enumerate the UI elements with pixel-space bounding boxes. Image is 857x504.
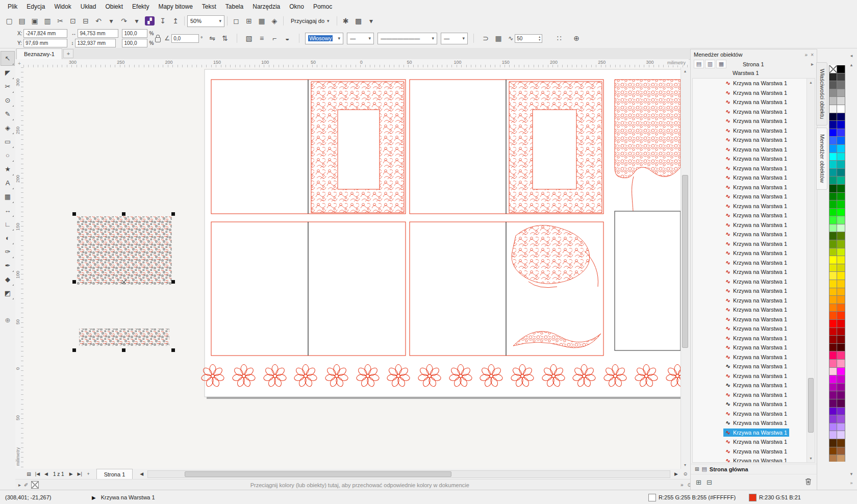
page-flip-button[interactable]: ▤ <box>24 471 33 476</box>
page-flyout-icon[interactable]: ▸ <box>811 61 814 67</box>
object-item-26[interactable]: ∿Krzywa na Warstwa 1 <box>693 324 806 334</box>
paste-icon[interactable]: ⊟ <box>80 15 92 27</box>
color-swatch[interactable] <box>837 399 845 408</box>
object-item-25[interactable]: ∿Krzywa na Warstwa 1 <box>693 315 806 324</box>
color-swatch[interactable] <box>837 343 845 352</box>
mirror-text-icon[interactable]: ⊃ <box>480 33 492 44</box>
color-swatch[interactable] <box>837 224 845 233</box>
menu-item-9[interactable]: Narzędzia <box>248 1 285 13</box>
color-swatch[interactable] <box>837 248 845 257</box>
expander-icon[interactable]: ⊞ <box>695 466 699 472</box>
chevron-down-icon[interactable]: ▾ <box>431 36 436 41</box>
text-tool[interactable]: A <box>1 176 14 190</box>
new-layer-button[interactable]: ⊞ <box>696 478 701 486</box>
undo-icon[interactable]: ↶ <box>92 15 105 27</box>
color-settings-icon[interactable]: ▩ <box>352 15 365 27</box>
wireframe-icon[interactable]: ▦ <box>492 33 505 44</box>
fill-tool[interactable]: ◆ <box>1 272 14 286</box>
object-item-11[interactable]: ∿Krzywa na Warstwa 1 <box>693 183 806 192</box>
menu-item-10[interactable]: Okno <box>285 1 309 13</box>
menu-item-1[interactable]: Edycja <box>22 1 49 13</box>
rectangle-tool[interactable]: ▭ <box>1 135 14 148</box>
add-preset-icon[interactable]: ⊕ <box>570 33 583 44</box>
object-item-20[interactable]: ∿Krzywa na Warstwa 1 <box>693 267 806 277</box>
stepper[interactable]: ▴▾ <box>539 35 540 41</box>
corner-style-icon[interactable]: ⌐ <box>268 33 281 44</box>
flyout-arrow-icon[interactable]: ▸ <box>18 482 21 488</box>
color-swatch[interactable] <box>837 200 845 209</box>
print-icon[interactable]: ▥ <box>41 15 54 27</box>
object-item-19[interactable]: ∿Krzywa na Warstwa 1 <box>693 258 806 268</box>
color-swatch[interactable] <box>837 407 845 416</box>
object-item-34[interactable]: ∿Krzywa na Warstwa 1 <box>693 399 806 409</box>
show-grid-icon[interactable]: ▦ <box>256 15 268 27</box>
smart-fill-tool[interactable]: ◈ <box>1 121 14 135</box>
chevron-down-icon[interactable]: ▾ <box>217 18 223 23</box>
dimension-tool[interactable]: ↔ <box>1 204 14 217</box>
master-page-row[interactable]: ⊞ ▤ Strona główna <box>691 464 817 474</box>
freehand-tool[interactable]: ✎ <box>1 107 14 121</box>
connector-tool[interactable]: ∟ <box>1 217 14 231</box>
import-icon[interactable]: ↧ <box>157 15 169 27</box>
shape-tool[interactable]: ◤ <box>1 66 14 80</box>
mirror-vertical-icon[interactable]: ⇅ <box>219 33 231 44</box>
scale-y-field[interactable]: 100,0 <box>122 39 147 47</box>
color-swatch[interactable] <box>837 113 845 121</box>
om-scrollbar[interactable]: ▴ ▾ <box>806 79 815 462</box>
menu-item-6[interactable]: Mapy bitowe <box>154 1 197 13</box>
options-icon[interactable]: ✱ <box>340 15 352 27</box>
color-swatch[interactable] <box>837 216 845 224</box>
palette-scroll-up-icon[interactable]: ▴ <box>850 60 853 69</box>
overflow-icon[interactable]: » <box>680 482 684 488</box>
outline-width-combo[interactable]: Włosowy ▾ <box>305 33 343 44</box>
new-master-layer-button[interactable]: ⊟ <box>707 478 712 486</box>
rotation-field[interactable]: 0,0 <box>171 34 199 43</box>
x-position-field[interactable]: -247,824 mm <box>23 29 67 38</box>
color-swatch[interactable] <box>837 153 845 161</box>
menu-item-4[interactable]: Obiekt <box>100 1 128 13</box>
tab-object-properties[interactable]: Właściwości obiektu <box>816 62 827 125</box>
line-style-combo[interactable]: ——————— ▾ <box>377 33 437 44</box>
color-swatch[interactable] <box>837 208 845 217</box>
open-icon[interactable]: ▤ <box>16 15 28 27</box>
ruler-origin-button[interactable]: + <box>15 59 24 68</box>
object-item-29[interactable]: ∿Krzywa na Warstwa 1 <box>693 352 806 362</box>
color-swatch[interactable] <box>837 383 845 392</box>
object-item-22[interactable]: ∿Krzywa na Warstwa 1 <box>693 286 806 296</box>
object-item-12[interactable]: ∿Krzywa na Warstwa 1 <box>693 192 806 201</box>
color-swatch[interactable] <box>837 89 845 97</box>
menu-item-5[interactable]: Efekty <box>128 1 154 13</box>
color-swatch[interactable] <box>837 439 845 447</box>
color-swatch[interactable] <box>837 304 845 312</box>
object-item-9[interactable]: ∿Krzywa na Warstwa 1 <box>693 164 806 173</box>
color-swatch[interactable] <box>837 391 845 399</box>
object-item-16[interactable]: ∿Krzywa na Warstwa 1 <box>693 230 806 239</box>
object-item-1[interactable]: ∿Krzywa na Warstwa 1 <box>693 88 806 98</box>
color-swatch[interactable] <box>837 327 845 336</box>
drawing-canvas[interactable] <box>23 67 680 469</box>
color-swatch[interactable] <box>837 423 845 432</box>
color-swatch[interactable] <box>837 192 845 201</box>
object-item-6[interactable]: ∿Krzywa na Warstwa 1 <box>693 135 806 145</box>
table-tool[interactable]: ▦ <box>1 190 14 204</box>
color-swatch[interactable] <box>837 160 845 169</box>
color-swatch[interactable] <box>837 280 845 288</box>
fullscreen-preview-icon[interactable]: ◻ <box>230 15 242 27</box>
color-swatch[interactable] <box>837 73 845 82</box>
menu-item-0[interactable]: Plik <box>3 1 22 13</box>
expand-docker-icon[interactable]: ◂ <box>850 51 853 60</box>
color-swatch[interactable] <box>837 319 845 328</box>
color-swatch[interactable] <box>837 271 845 280</box>
delete-button[interactable] <box>805 478 812 486</box>
new-document-tab-button[interactable]: + <box>63 49 73 58</box>
toolbars-dropdown-icon[interactable]: ▾ <box>365 15 377 27</box>
menu-item-2[interactable]: Widok <box>49 1 75 13</box>
cut-icon[interactable]: ✂ <box>54 15 66 27</box>
object-item-4[interactable]: ∿Krzywa na Warstwa 1 <box>693 116 806 126</box>
toolbox-customize-button[interactable]: ⊕ <box>1 313 14 327</box>
outline-pen-tool[interactable]: ✒ <box>1 259 14 272</box>
snap-to-button[interactable]: Przyciągaj do ▾ <box>286 15 334 27</box>
scale-x-field[interactable]: 100,0 <box>122 29 147 38</box>
show-guidelines-icon[interactable]: ◈ <box>268 15 281 27</box>
eyedropper-mini-icon[interactable]: ✐ <box>24 482 28 488</box>
